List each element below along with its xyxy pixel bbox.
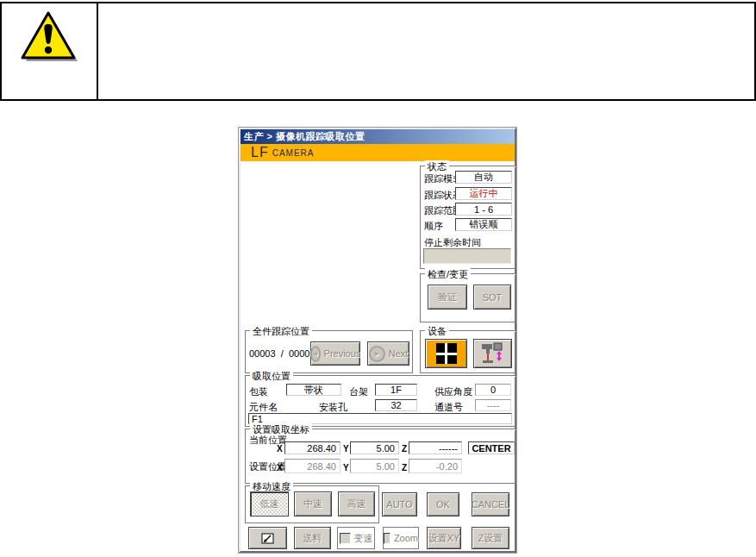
- package-value: 带状: [286, 384, 341, 396]
- ok-button[interactable]: OK: [427, 492, 459, 516]
- whole-tracking-legend: 全件跟踪位置: [250, 325, 312, 338]
- varspeed-checkbox-panel[interactable]: 变速: [337, 527, 375, 549]
- stop-remaining-time-value: [423, 248, 511, 264]
- varspeed-checkbox[interactable]: [340, 533, 351, 544]
- placement-head-icon: [480, 342, 506, 365]
- package-label: 包装: [249, 385, 268, 398]
- set-x-input: 268.40: [284, 459, 341, 473]
- warning-triangle-icon: [18, 10, 80, 69]
- warning-text-cell: [98, 3, 754, 99]
- current-x-input[interactable]: 268.40: [284, 441, 341, 454]
- current-z-label: Z: [402, 444, 407, 454]
- device-head-button[interactable]: [473, 339, 512, 368]
- set-z-label: Z: [402, 463, 407, 473]
- pickup-position-group: 吸取位置 包装 带状 台架 1F 供应角度 0 元件名 安装孔 32 通道号 -…: [245, 375, 516, 427]
- order-label: 顺序: [424, 220, 443, 233]
- camera-tracking-dialog: 生产 > 摄像机跟踪吸取位置 LF CAMERA 状态 跟踪模式 自动 跟踪状态…: [239, 128, 516, 553]
- part-name-label: 元件名: [249, 401, 278, 414]
- tracking-mode-value: 自动: [455, 171, 512, 184]
- stage-label: 台架: [349, 385, 368, 398]
- tracking-range-value: 1 - 6: [455, 203, 512, 216]
- warning-strip: [0, 2, 756, 101]
- whole-tracking-position-group: 全件跟踪位置 00003 / 00006 ◄ Previous ► Next: [245, 330, 413, 373]
- speed-high-button[interactable]: 高速: [338, 491, 375, 516]
- center-indicator: CENTER: [468, 441, 515, 454]
- tracking-counter-current: 00003: [249, 348, 276, 359]
- previous-arrow-icon: ◄: [310, 346, 321, 362]
- varspeed-label: 变速: [354, 532, 373, 545]
- verify-button[interactable]: 验证: [428, 285, 467, 310]
- stage-value: 1F: [375, 384, 417, 396]
- set-z-input: -0.20: [409, 459, 462, 473]
- pickup-position-legend: 吸取位置: [250, 370, 293, 383]
- device-window-button[interactable]: [425, 339, 467, 368]
- channel-value: ----: [475, 399, 511, 411]
- status-legend: 状态: [425, 160, 449, 173]
- mount-hole-label: 安装孔: [319, 401, 347, 414]
- current-y-input[interactable]: 5.00: [350, 441, 399, 454]
- zoom-checkbox-panel[interactable]: Zoom: [383, 527, 419, 549]
- tracking-counter-separator: /: [281, 348, 284, 359]
- set-y-label: Y: [343, 463, 349, 473]
- warning-icon-cell: [2, 3, 98, 99]
- jog-button[interactable]: [248, 527, 287, 549]
- banner-camera-label: CAMERA: [272, 148, 315, 158]
- set-z-button[interactable]: Z设置: [472, 527, 509, 549]
- mount-hole-value: 32: [375, 399, 417, 411]
- device-group: 设备: [420, 330, 516, 373]
- lf-camera-banner: LF CAMERA: [241, 144, 515, 161]
- zoom-label: Zoom: [394, 533, 418, 543]
- tracking-state-value: 运行中: [455, 187, 512, 200]
- set-pickup-coords-group: 设置吸取坐标 当前位置 X 268.40 Y 5.00 Z ------ CEN…: [245, 429, 516, 484]
- speed-mid-button[interactable]: 中速: [294, 491, 332, 516]
- jog-arrow-icon: [261, 533, 274, 544]
- current-x-label: X: [277, 444, 283, 454]
- zoom-checkbox[interactable]: [384, 533, 390, 544]
- set-x-label: X: [277, 463, 283, 473]
- dialog-titlebar: 生产 > 摄像机跟踪吸取位置: [241, 129, 515, 144]
- check-change-group: 检查/变更 验证 SOT: [420, 273, 516, 322]
- next-button[interactable]: ► Next: [367, 341, 409, 366]
- previous-button[interactable]: ◄ Previous: [310, 341, 360, 366]
- order-value: 错误顺: [455, 218, 512, 231]
- current-z-input[interactable]: ------: [409, 441, 462, 454]
- banner-lf-label: LF: [251, 145, 269, 160]
- channel-label: 通道号: [434, 401, 463, 414]
- status-group: 状态 跟踪模式 自动 跟踪状态 运行中 跟踪范围 1 - 6 顺序 错误顺 停止…: [420, 166, 516, 269]
- previous-button-label: Previous: [324, 348, 361, 359]
- next-arrow-icon: ►: [369, 346, 385, 362]
- feed-button[interactable]: 送料: [294, 527, 331, 549]
- next-button-label: Next: [389, 348, 409, 359]
- supply-angle-label: 供应角度: [434, 385, 472, 398]
- tracking-counter: 00003 / 00006: [249, 348, 316, 359]
- set-y-input: 5.00: [350, 459, 399, 473]
- cancel-button[interactable]: CANCEL: [472, 492, 509, 516]
- move-speed-group: 移动速度 低速 中速 高速: [245, 485, 379, 523]
- current-y-label: Y: [343, 444, 349, 454]
- device-legend: 设备: [425, 325, 449, 338]
- speed-low-button[interactable]: 低速: [250, 491, 289, 516]
- auto-button[interactable]: AUTO: [382, 492, 417, 516]
- sot-button[interactable]: SOT: [473, 285, 511, 310]
- stop-remaining-time-label: 停止剩余时间: [424, 236, 481, 249]
- set-xy-button[interactable]: 设置XY: [427, 527, 461, 549]
- window-grid-icon: [436, 343, 457, 364]
- check-change-legend: 检查/变更: [425, 268, 471, 281]
- supply-angle-value: 0: [475, 384, 511, 396]
